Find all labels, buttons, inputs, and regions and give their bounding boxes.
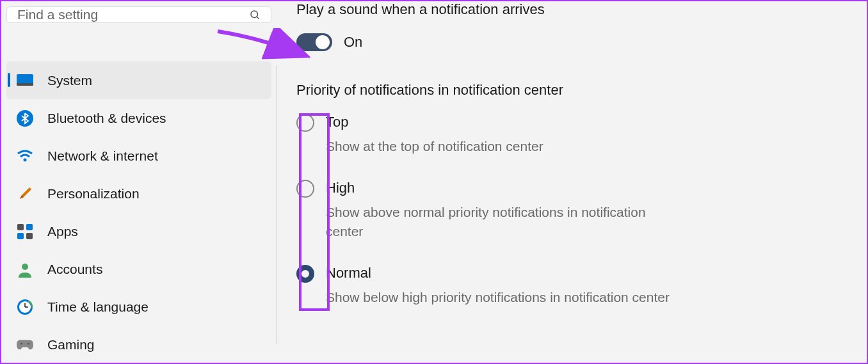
svg-point-5	[24, 158, 27, 161]
sidebar-item-label: Time & language	[47, 299, 149, 315]
sidebar-item-label: Apps	[47, 224, 78, 239]
sidebar-item-network[interactable]: Network & internet	[6, 137, 271, 175]
radio-desc: Show at the top of notification center	[326, 137, 543, 155]
toggle-knob	[316, 35, 330, 49]
radio-desc: Show below high priority notifications i…	[326, 288, 670, 306]
priority-option-high[interactable]: High Show above normal priority notifica…	[296, 180, 848, 241]
sidebar-item-label: Personalization	[47, 186, 140, 202]
account-icon	[17, 261, 33, 278]
svg-rect-9	[26, 233, 33, 239]
svg-point-15	[20, 342, 22, 344]
search-placeholder: Find a setting	[17, 7, 249, 22]
radio-title: High	[326, 180, 684, 196]
svg-rect-6	[17, 224, 24, 230]
radio-desc: Show above normal priority notifications…	[326, 203, 684, 241]
sidebar-item-label: Bluetooth & devices	[47, 111, 166, 126]
priority-section-title: Priority of notifications in notificatio…	[296, 82, 848, 99]
wifi-icon	[17, 148, 33, 164]
svg-point-16	[28, 342, 29, 344]
search-icon	[249, 9, 261, 20]
brush-icon	[17, 186, 33, 202]
priority-option-top[interactable]: Top Show at the top of notification cent…	[296, 114, 848, 155]
sidebar-item-label: Accounts	[47, 262, 102, 277]
sidebar-item-label: Network & internet	[47, 148, 158, 164]
radio-content: Top Show at the top of notification cent…	[326, 114, 543, 155]
sidebar: Find a setting System Bluetooth & device…	[1, 1, 277, 363]
radio-content: High Show above normal priority notifica…	[326, 180, 684, 241]
radio-normal[interactable]	[296, 265, 314, 283]
content-area: Play a sound when a notification arrives…	[277, 65, 867, 344]
svg-rect-3	[17, 83, 33, 86]
sidebar-item-accounts[interactable]: Accounts	[6, 250, 271, 288]
sound-section-title: Play a sound when a notification arrives	[296, 1, 848, 18]
sidebar-item-label: System	[47, 73, 92, 88]
sidebar-item-gaming[interactable]: Gaming	[6, 326, 271, 363]
radio-title: Top	[326, 114, 543, 131]
bluetooth-icon	[17, 110, 33, 127]
clock-icon	[17, 299, 33, 315]
apps-icon	[17, 223, 33, 240]
svg-line-1	[257, 17, 259, 19]
sidebar-item-personalization[interactable]: Personalization	[6, 175, 271, 212]
priority-radio-group: Top Show at the top of notification cent…	[296, 114, 848, 307]
svg-rect-8	[17, 233, 24, 239]
radio-content: Normal Show below high priority notifica…	[326, 265, 670, 306]
gaming-icon	[17, 336, 33, 353]
search-input[interactable]: Find a setting	[6, 6, 271, 23]
svg-rect-7	[26, 224, 33, 230]
svg-point-0	[251, 11, 258, 18]
svg-point-10	[22, 264, 28, 270]
system-icon	[17, 72, 33, 89]
sound-toggle-row: On	[296, 33, 848, 51]
sidebar-item-apps[interactable]: Apps	[6, 212, 271, 250]
sidebar-item-system[interactable]: System	[6, 61, 271, 99]
priority-option-normal[interactable]: Normal Show below high priority notifica…	[296, 265, 848, 306]
nav-list: System Bluetooth & devices Network & int…	[6, 61, 271, 363]
sidebar-item-bluetooth[interactable]: Bluetooth & devices	[6, 99, 271, 137]
toggle-state-label: On	[344, 34, 362, 51]
radio-title: Normal	[326, 265, 670, 281]
radio-top[interactable]	[296, 114, 314, 132]
sidebar-item-time[interactable]: Time & language	[6, 288, 271, 326]
sidebar-item-label: Gaming	[47, 337, 95, 352]
radio-high[interactable]	[296, 180, 314, 198]
sound-toggle[interactable]	[296, 33, 332, 51]
